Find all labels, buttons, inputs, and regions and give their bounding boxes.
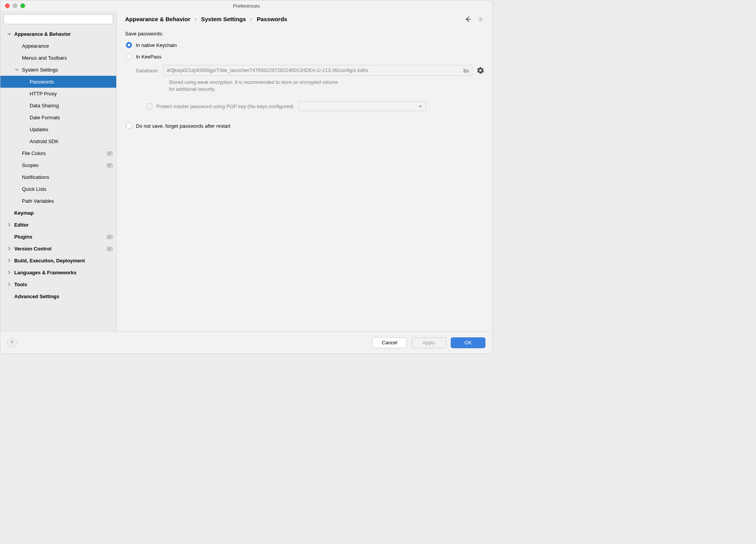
tree-item[interactable]: Appearance — [0, 40, 116, 52]
search-container — [0, 11, 116, 27]
expand-arrow-icon — [7, 32, 12, 37]
svg-rect-13 — [108, 237, 110, 238]
expand-arrow-icon — [23, 139, 27, 144]
breadcrumb-part[interactable]: Appearance & Behavior — [125, 16, 190, 22]
ok-button[interactable]: OK — [451, 337, 485, 348]
expand-arrow-icon — [15, 163, 20, 168]
radio-keepass[interactable]: In KeePass — [126, 53, 484, 60]
tree-item[interactable]: Quick Lists — [0, 183, 116, 195]
tree-item[interactable]: Build, Execution, Deployment — [0, 255, 116, 267]
close-window-button[interactable] — [5, 3, 10, 8]
radio-label: Do not save, forget passwords after rest… — [136, 123, 231, 129]
tree-item[interactable]: Scopes — [0, 159, 116, 171]
tree-item[interactable]: Android SDK — [0, 135, 116, 147]
svg-rect-8 — [108, 165, 112, 165]
chevron-right-icon: › — [251, 17, 252, 22]
expand-arrow-icon — [7, 294, 12, 299]
tree-item[interactable]: Menus and Toolbars — [0, 52, 116, 64]
tree-item[interactable]: Version Control — [0, 243, 116, 255]
apply-button[interactable]: Apply — [411, 337, 446, 348]
tree-item[interactable]: File Colors — [0, 147, 116, 159]
gear-icon[interactable] — [477, 67, 484, 74]
pgp-key-dropdown[interactable] — [299, 101, 426, 111]
tree-item[interactable]: Appearance & Behavior — [0, 28, 116, 40]
tree-item[interactable]: Advanced Settings — [0, 290, 116, 302]
expand-arrow-icon — [7, 270, 12, 275]
tree-item-label: File Colors — [22, 150, 107, 156]
radio-label: In native Keychain — [136, 42, 177, 48]
cancel-button[interactable]: Cancel — [372, 337, 407, 348]
svg-rect-15 — [108, 248, 112, 248]
protect-pgp-checkbox[interactable] — [147, 103, 152, 109]
expand-arrow-icon — [23, 115, 27, 120]
tree-item[interactable]: Path Variables — [0, 195, 116, 207]
search-input[interactable] — [3, 14, 113, 24]
nav-arrows — [465, 16, 484, 22]
expand-arrow-icon — [15, 175, 20, 180]
breadcrumb-part[interactable]: Passwords — [257, 16, 287, 22]
window-controls — [0, 3, 25, 8]
tree-item[interactable]: Updates — [0, 123, 116, 135]
radio-keychain[interactable]: In native Keychain — [126, 42, 484, 48]
expand-arrow-icon — [23, 92, 27, 96]
settings-tree[interactable]: Appearance & BehaviorAppearanceMenus and… — [0, 27, 116, 331]
svg-rect-5 — [108, 154, 110, 154]
database-label: Database: — [136, 68, 159, 73]
tree-item[interactable]: Plugins — [0, 231, 116, 243]
project-settings-icon — [107, 163, 112, 168]
breadcrumb: Appearance & Behavior › System Settings … — [125, 16, 462, 22]
help-icon: ? — [10, 340, 13, 346]
expand-arrow-icon — [7, 282, 12, 287]
tree-item-label: Android SDK — [30, 139, 112, 144]
tree-item-label: Date Formats — [30, 115, 112, 120]
tree-item-label: Data Sharing — [30, 103, 112, 108]
tree-item[interactable]: HTTP Proxy — [0, 88, 116, 100]
forward-button[interactable] — [478, 16, 484, 22]
tree-item-label: Notifications — [22, 174, 112, 180]
svg-rect-9 — [108, 166, 110, 166]
help-button[interactable]: ? — [7, 338, 17, 347]
expand-arrow-icon — [15, 44, 20, 48]
expand-arrow-icon — [15, 68, 20, 72]
database-hint: Stored using weak encryption. It is reco… — [169, 79, 338, 93]
tree-item[interactable]: Languages & Frameworks — [0, 267, 116, 279]
keepass-subsection: Database: ik5jkwp021dj40000gp/T/ide_laun… — [136, 65, 484, 111]
tree-item-label: Passwords — [30, 79, 112, 85]
tree-item-label: Appearance & Behavior — [14, 31, 112, 37]
database-field-wrap: ik5jkwp021dj40000gp/T/ide_launcher747658… — [163, 65, 472, 76]
dialog-footer: ? Cancel Apply OK — [0, 331, 492, 354]
tree-item-label: Quick Lists — [22, 186, 112, 192]
protect-pgp-row: Protect master password using PGP key (N… — [147, 101, 484, 111]
back-button[interactable] — [465, 16, 471, 22]
svg-rect-3 — [108, 152, 112, 153]
tree-item[interactable]: Data Sharing — [0, 100, 116, 112]
expand-arrow-icon — [7, 235, 12, 239]
tree-item[interactable]: Date Formats — [0, 112, 116, 123]
svg-rect-11 — [108, 236, 112, 236]
tree-item[interactable]: Tools — [0, 279, 116, 290]
zoom-window-button[interactable] — [20, 3, 25, 8]
tree-item-label: Tools — [14, 282, 112, 287]
tree-item-label: Version Control — [14, 246, 107, 252]
expand-arrow-icon — [23, 103, 27, 108]
folder-icon[interactable] — [463, 68, 469, 73]
tree-item-label: Menus and Toolbars — [22, 55, 112, 61]
tree-item[interactable]: Keymap — [0, 207, 116, 219]
tree-item-label: Languages & Frameworks — [14, 270, 112, 275]
main-area: Appearance & BehaviorAppearanceMenus and… — [0, 11, 492, 331]
tree-item[interactable]: Passwords — [0, 76, 116, 88]
tree-item-label: Keymap — [14, 210, 112, 216]
expand-arrow-icon — [15, 199, 20, 204]
radio-donotsave[interactable]: Do not save, forget passwords after rest… — [126, 123, 484, 129]
database-field[interactable]: ik5jkwp021dj40000gp/T/ide_launcher747658… — [163, 65, 472, 76]
titlebar: Preferences — [0, 0, 492, 11]
tree-item[interactable]: Notifications — [0, 171, 116, 183]
breadcrumb-row: Appearance & Behavior › System Settings … — [125, 16, 484, 22]
tree-item[interactable]: System Settings — [0, 64, 116, 76]
minimize-window-button[interactable] — [13, 3, 17, 8]
expand-arrow-icon — [7, 259, 12, 263]
tree-item[interactable]: Editor — [0, 219, 116, 231]
breadcrumb-part[interactable]: System Settings — [201, 16, 246, 22]
arrow-right-icon — [478, 16, 484, 22]
project-settings-icon — [107, 247, 112, 251]
